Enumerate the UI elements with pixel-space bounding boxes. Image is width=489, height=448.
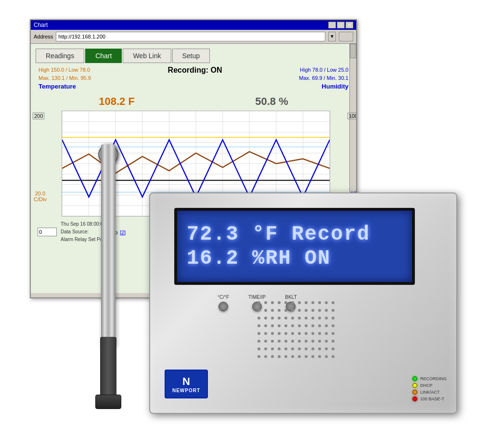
speaker-dot <box>284 332 287 335</box>
speaker-dot <box>311 347 314 350</box>
scrollbar-thumb[interactable] <box>350 44 356 58</box>
led-100base <box>412 397 417 401</box>
speaker-dot <box>284 347 287 350</box>
speaker-dot <box>298 309 301 312</box>
led-recording <box>412 376 417 381</box>
speaker-dot <box>332 355 335 358</box>
device-container: 72.3 °F Record 16.2 %RH ON °C/°F TIME/IP… <box>125 173 462 438</box>
speaker-dot <box>325 301 328 304</box>
tab-weblink[interactable]: Web Link <box>123 49 171 63</box>
speaker-dot <box>305 301 308 304</box>
speaker-dot <box>311 301 314 304</box>
speaker-dot <box>278 340 281 343</box>
tab-setup[interactable]: Setup <box>172 49 210 63</box>
speaker-dot <box>291 301 294 304</box>
speaker-dot <box>271 309 274 312</box>
speaker-dot <box>278 301 281 304</box>
speaker-dot <box>298 301 301 304</box>
speaker-dot <box>257 301 260 304</box>
speaker-dot <box>278 317 281 320</box>
button-cf-label: °C/°F <box>218 294 229 300</box>
speaker-dot <box>318 355 321 358</box>
speaker-dot <box>298 317 301 320</box>
speaker-dot <box>278 355 281 358</box>
logo-icon: N <box>182 375 190 388</box>
led-row-recording: RECORDING <box>412 376 447 381</box>
speaker-dot <box>298 340 301 343</box>
speaker-dot <box>332 347 335 350</box>
speaker-dot <box>284 355 287 358</box>
humidity-value: 50.8 % <box>255 95 288 108</box>
close-button[interactable]: ✕ <box>346 22 353 28</box>
speaker-dot <box>318 324 321 327</box>
speaker-dot <box>311 309 314 312</box>
speaker-dot <box>305 332 308 335</box>
readings-row: 108.2 F 50.8 % <box>31 94 356 109</box>
speaker-dot <box>271 324 274 327</box>
y-axis-left-bottom: 20.0 C/Div <box>34 191 47 202</box>
speaker-dot <box>284 309 287 312</box>
probe-connector <box>95 395 121 409</box>
speaker-dot <box>271 301 274 304</box>
speaker-dot <box>332 309 335 312</box>
speaker-dot <box>264 317 267 320</box>
button-cf[interactable] <box>219 302 228 311</box>
speaker-dot <box>271 347 274 350</box>
speaker-dot <box>311 355 314 358</box>
speaker-dot <box>311 332 314 335</box>
speaker-dot <box>291 324 294 327</box>
humidity-max-min: Max. 69.9 / Min. 30.1 <box>299 74 348 82</box>
maximize-button[interactable]: □ <box>337 22 345 28</box>
led-row-100base: 100 BASE-T <box>412 397 447 401</box>
speaker-dot <box>332 317 335 320</box>
address-dropdown-icon[interactable]: ▼ <box>328 32 336 41</box>
temp-info: High 150.0 / Low 78.0 Max. 130.1 / Min. … <box>39 66 91 91</box>
speaker-dot <box>325 317 328 320</box>
recording-info: Recording: ON <box>168 66 222 75</box>
browser-titlebar: Chart _ □ ✕ <box>31 20 356 30</box>
probe-sensor <box>87 144 144 404</box>
speaker-dot <box>332 324 335 327</box>
speaker-dot <box>298 332 301 335</box>
info-bar: High 150.0 / Low 78.0 Max. 130.1 / Min. … <box>31 63 356 94</box>
speaker-dot <box>257 347 260 350</box>
speaker-dot <box>264 332 267 335</box>
speaker-dot <box>264 301 267 304</box>
speaker-dot <box>305 347 308 350</box>
humidity-info: High 78.0 / Low 25.0 Max. 69.9 / Min. 30… <box>299 66 348 91</box>
speaker-dot <box>325 340 328 343</box>
address-input[interactable] <box>56 32 325 41</box>
speaker-dot <box>332 332 335 335</box>
button-group-cf: °C/°F <box>218 294 229 311</box>
speaker-dot <box>291 347 294 350</box>
led-dhcp <box>412 383 417 388</box>
chart-input[interactable] <box>38 228 57 236</box>
address-label: Address <box>34 34 53 39</box>
go-button[interactable] <box>339 32 353 41</box>
speaker-dot <box>291 355 294 358</box>
recording-status: Recording: ON <box>168 66 222 75</box>
speaker-dot <box>311 317 314 320</box>
tab-chart[interactable]: Chart <box>85 49 122 63</box>
speaker-dot <box>284 324 287 327</box>
speaker-dot <box>284 301 287 304</box>
device-body: 72.3 °F Record 16.2 %RH ON °C/°F TIME/IP… <box>149 192 457 414</box>
address-bar: Address ▼ <box>31 30 356 44</box>
lcd-line2: 16.2 %RH ON <box>187 246 331 270</box>
speaker-dot <box>305 340 308 343</box>
speaker-dot <box>257 355 260 358</box>
led-row-dhcp: DHCP <box>412 383 447 388</box>
speaker-dot <box>332 340 335 343</box>
lcd-display: 72.3 °F Record 16.2 %RH ON <box>174 208 415 285</box>
speaker-dot <box>325 332 328 335</box>
temp-high-low: High 150.0 / Low 78.0 <box>39 66 91 74</box>
minimize-button[interactable]: _ <box>328 22 336 28</box>
probe-body <box>101 144 116 346</box>
tab-readings[interactable]: Readings <box>36 49 84 63</box>
lcd-line1: 72.3 °F Record <box>187 222 370 246</box>
speaker-dot <box>318 317 321 320</box>
speaker-dot <box>332 301 335 304</box>
speaker-dot <box>291 309 294 312</box>
browser-window-controls: _ □ ✕ <box>328 22 353 28</box>
speaker-dot <box>318 347 321 350</box>
